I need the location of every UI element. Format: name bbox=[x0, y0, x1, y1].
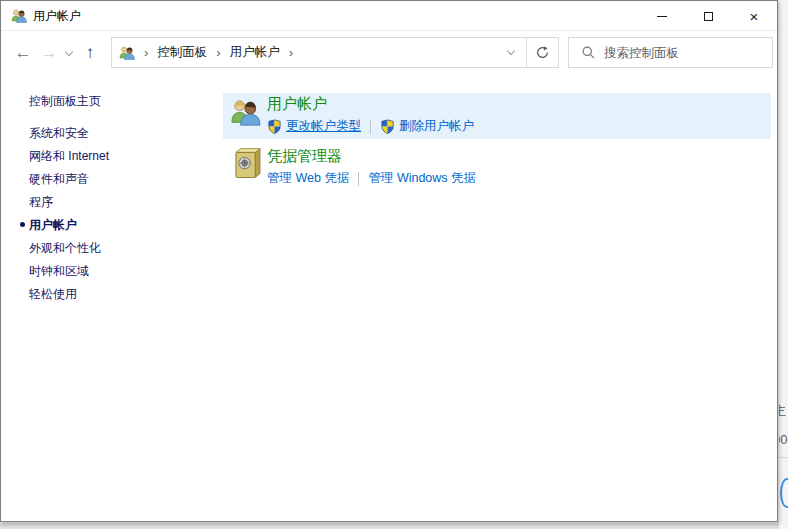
breadcrumb-separator[interactable]: › bbox=[207, 45, 229, 60]
refresh-icon bbox=[535, 45, 550, 60]
uac-shield-icon bbox=[267, 119, 282, 134]
forward-button[interactable]: → bbox=[37, 32, 61, 74]
breadcrumb-separator[interactable]: › bbox=[135, 45, 157, 60]
sidebar-item-ease-of-access[interactable]: 轻松使用 bbox=[29, 286, 77, 303]
sidebar-item-home[interactable]: 控制面板主页 bbox=[29, 93, 101, 110]
user-accounts-icon bbox=[11, 8, 27, 24]
task-change-account-type[interactable]: 更改帐户类型 bbox=[267, 118, 361, 135]
minimize-button[interactable] bbox=[639, 1, 685, 31]
search-box bbox=[568, 37, 773, 68]
window-drop-shadow bbox=[0, 523, 779, 529]
sidebar-item-user-accounts[interactable]: 用户帐户 bbox=[29, 217, 77, 234]
user-accounts-icon bbox=[119, 45, 135, 61]
task-manage-web-credentials[interactable]: 管理 Web 凭据 bbox=[267, 170, 349, 187]
sidebar-item-programs[interactable]: 程序 bbox=[29, 194, 53, 211]
breadcrumb-user-accounts[interactable]: 用户帐户 bbox=[230, 44, 280, 61]
window-title: 用户帐户 bbox=[33, 1, 81, 31]
background-text-fragment: 主 bbox=[779, 402, 786, 420]
back-button[interactable]: ← bbox=[9, 32, 37, 74]
task-label: 管理 Windows 凭据 bbox=[368, 170, 476, 187]
maximize-button[interactable] bbox=[685, 1, 731, 31]
section-title-user-accounts[interactable]: 用户帐户 bbox=[267, 95, 327, 114]
background-icon-fragment bbox=[780, 478, 788, 508]
sidebar-item-hardware-sound[interactable]: 硬件和声音 bbox=[29, 171, 89, 188]
breadcrumb-separator[interactable]: › bbox=[280, 45, 302, 60]
credential-manager-safe-icon bbox=[234, 148, 261, 183]
uac-shield-icon bbox=[380, 119, 395, 134]
up-button[interactable]: ↑ bbox=[77, 32, 103, 74]
section-title-credential-manager[interactable]: 凭据管理器 bbox=[267, 147, 342, 166]
link-separator bbox=[358, 172, 359, 186]
address-dropdown-button[interactable] bbox=[496, 38, 526, 67]
chevron-down-icon bbox=[507, 47, 515, 55]
section-user-accounts: 用户帐户 更改帐户类型 bbox=[267, 95, 474, 135]
close-button[interactable]: × bbox=[731, 1, 777, 31]
active-item-bullet bbox=[20, 222, 25, 227]
refresh-button[interactable] bbox=[526, 38, 558, 67]
title-bar: 用户帐户 × bbox=[1, 1, 777, 31]
close-icon: × bbox=[750, 9, 759, 24]
breadcrumb: › 控制面板 › 用户帐户 › bbox=[135, 44, 496, 61]
task-label: 管理 Web 凭据 bbox=[267, 170, 349, 187]
search-input[interactable] bbox=[604, 38, 772, 67]
user-accounts-icon bbox=[230, 97, 261, 131]
background-window-sliver: 主 00 bbox=[779, 0, 788, 529]
task-label: 更改帐户类型 bbox=[286, 118, 361, 135]
sidebar-item-system-security[interactable]: 系统和安全 bbox=[29, 125, 89, 142]
address-bar[interactable]: › 控制面板 › 用户帐户 › bbox=[111, 37, 559, 68]
task-label: 删除用户帐户 bbox=[399, 118, 474, 135]
control-panel-window: 用户帐户 × ← → ↑ › 控制面板 bbox=[0, 0, 778, 522]
section-credential-manager: 凭据管理器 管理 Web 凭据 管理 Windows 凭据 bbox=[267, 147, 476, 187]
sidebar-item-network-internet[interactable]: 网络和 Internet bbox=[29, 148, 109, 165]
sidebar: 控制面板主页 系统和安全 网络和 Internet 硬件和声音 程序 用户帐户 … bbox=[1, 74, 222, 521]
recent-pages-dropdown[interactable] bbox=[61, 32, 77, 74]
content-area: 用户帐户 更改帐户类型 bbox=[222, 74, 777, 521]
background-text-fragment: 00 bbox=[779, 432, 787, 447]
task-manage-windows-credentials[interactable]: 管理 Windows 凭据 bbox=[368, 170, 476, 187]
chevron-down-icon bbox=[65, 47, 73, 55]
sidebar-item-clock-region[interactable]: 时钟和区域 bbox=[29, 263, 89, 280]
breadcrumb-control-panel[interactable]: 控制面板 bbox=[157, 44, 207, 61]
link-separator bbox=[370, 120, 371, 134]
maximize-icon bbox=[704, 12, 713, 21]
task-delete-user-account[interactable]: 删除用户帐户 bbox=[380, 118, 474, 135]
minimize-icon bbox=[657, 16, 667, 17]
navigation-bar: ← → ↑ › 控制面板 › 用户帐户 › bbox=[1, 32, 777, 74]
search-icon bbox=[581, 45, 596, 60]
background-divider-fragment bbox=[779, 457, 788, 458]
sidebar-item-appearance[interactable]: 外观和个性化 bbox=[29, 240, 101, 257]
